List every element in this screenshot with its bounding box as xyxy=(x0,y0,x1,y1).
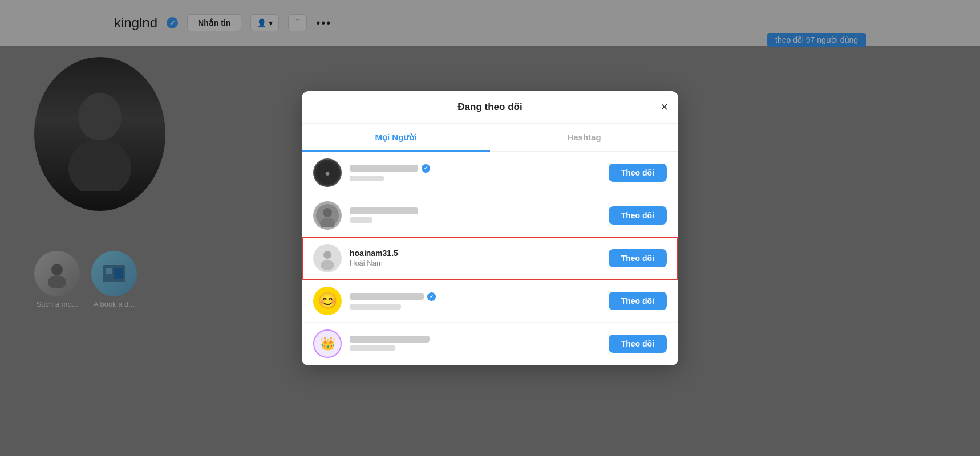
modal-title: Đang theo dõi xyxy=(457,101,522,113)
display-name-blurred xyxy=(350,176,384,181)
display-name-blurred xyxy=(350,304,401,310)
follow-button[interactable]: Theo dõi xyxy=(609,292,667,310)
user-name-row: ✓ xyxy=(350,292,601,301)
username-blurred xyxy=(350,293,424,300)
user-name-row: ✓ xyxy=(350,164,601,173)
svg-point-13 xyxy=(323,251,331,259)
avatar xyxy=(313,244,342,272)
follow-button[interactable]: Theo dõi xyxy=(609,249,667,267)
follow-button[interactable]: Theo dõi xyxy=(609,206,667,225)
table-row: 😊 ✓ Theo dõi xyxy=(302,280,678,323)
verified-badge: ✓ xyxy=(427,292,436,301)
avatar: ● xyxy=(313,158,342,187)
tab-moi-nguoi[interactable]: Mọi Người xyxy=(302,124,490,152)
user-info: ✓ xyxy=(350,164,601,181)
user-info: hoainam31.5 Hoài Nam xyxy=(350,249,601,267)
display-name-blurred xyxy=(350,217,372,223)
user-info xyxy=(350,336,601,351)
username: hoainam31.5 xyxy=(350,249,398,258)
username-blurred xyxy=(350,336,430,343)
verified-badge: ✓ xyxy=(422,164,430,173)
user-list: ● ✓ Theo dõi xyxy=(302,152,678,365)
follow-button[interactable]: Theo dõi xyxy=(609,335,667,353)
tab-hashtag[interactable]: Hashtag xyxy=(490,124,678,152)
display-name: Hoài Nam xyxy=(350,259,601,267)
follow-button[interactable]: Theo dõi xyxy=(609,164,667,182)
user-name-row xyxy=(350,207,601,214)
modal-backdrop: Đang theo dõi × Mọi Người Hashtag ● xyxy=(0,0,980,456)
username-blurred xyxy=(350,207,418,214)
avatar xyxy=(313,201,342,230)
svg-text:●: ● xyxy=(325,168,330,178)
table-row: ● ✓ Theo dõi xyxy=(302,152,678,194)
modal-header: Đang theo dõi × xyxy=(302,91,678,124)
display-name-blurred xyxy=(350,345,395,351)
modal-tabs: Mọi Người Hashtag xyxy=(302,124,678,152)
following-modal: Đang theo dõi × Mọi Người Hashtag ● xyxy=(302,91,678,365)
user-info xyxy=(350,207,601,223)
modal-close-button[interactable]: × xyxy=(661,101,668,113)
user-info: ✓ xyxy=(350,292,601,310)
username-blurred xyxy=(350,165,418,172)
user-name-row xyxy=(350,336,601,343)
table-row: Theo dõi xyxy=(302,194,678,237)
table-row: 👑 Theo dõi xyxy=(302,323,678,365)
svg-point-10 xyxy=(323,208,332,217)
table-row: hoainam31.5 Hoài Nam Theo dõi xyxy=(302,237,678,280)
avatar: 👑 xyxy=(313,329,342,358)
user-name-row: hoainam31.5 xyxy=(350,249,601,258)
avatar: 😊 xyxy=(313,287,342,315)
